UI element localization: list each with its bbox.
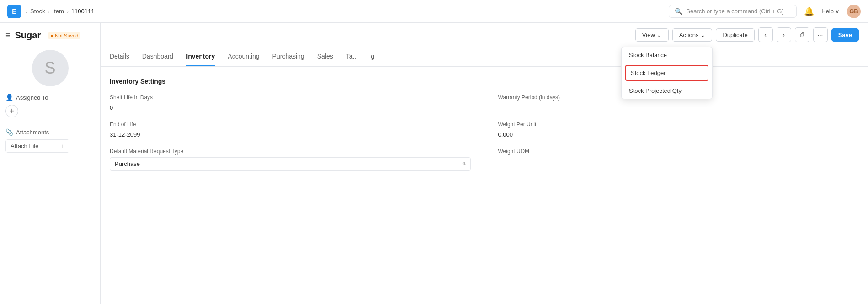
breadcrumb-item[interactable]: Item xyxy=(53,8,64,15)
breadcrumb: › Stock › Item › 1100111 xyxy=(26,8,94,15)
dropdown-item-stock-balance[interactable]: Stock Balance xyxy=(622,47,712,63)
breadcrumb-item-id[interactable]: 1100111 xyxy=(71,8,95,15)
form-content: Inventory Settings Shelf Life In Days 0 … xyxy=(101,67,868,181)
not-saved-badge: ● Not Saved xyxy=(48,32,80,39)
view-chevron-icon: ⌄ xyxy=(657,32,662,38)
field-value-eol: 31-12-2099 xyxy=(110,130,471,139)
content-area: View ⌄ Actions ⌄ Duplicate ‹ › ⎙ ··· xyxy=(101,23,868,304)
app-icon[interactable]: E xyxy=(7,5,21,18)
tab-purchasing[interactable]: Purchasing xyxy=(272,47,304,66)
prev-icon: ‹ xyxy=(764,31,767,38)
actions-chevron-icon: ⌄ xyxy=(700,32,705,38)
page-title: Sugar xyxy=(15,30,41,41)
field-value-shelf-life: 0 xyxy=(110,103,471,112)
save-label: Save xyxy=(838,32,852,38)
field-select-value: Purchase xyxy=(115,160,140,167)
dropdown-item-stock-ledger[interactable]: Stock Ledger xyxy=(625,65,708,81)
avatar-placeholder: S xyxy=(32,50,69,86)
main-layout: ≡ Sugar ● Not Saved S 👤 Assigned To + 📎 … xyxy=(0,23,868,304)
attach-file-label: Attach File xyxy=(11,143,38,149)
field-label-shelf-life: Shelf Life In Days xyxy=(110,94,471,101)
save-button[interactable]: Save xyxy=(831,28,859,42)
duplicate-label: Duplicate xyxy=(723,32,747,38)
more-button[interactable]: ··· xyxy=(813,27,828,42)
toolbar: View ⌄ Actions ⌄ Duplicate ‹ › ⎙ ··· xyxy=(101,23,868,47)
tab-inventory[interactable]: Inventory xyxy=(186,47,215,66)
help-label: Help xyxy=(821,8,834,15)
duplicate-button[interactable]: Duplicate xyxy=(716,28,754,42)
field-value-weight: 0.000 xyxy=(498,130,859,139)
actions-dropdown: Stock Balance Stock Ledger Stock Project… xyxy=(621,47,713,99)
attachments-text: Attachments xyxy=(16,129,49,136)
field-value-weight-uom xyxy=(498,157,859,159)
sidebar: ≡ Sugar ● Not Saved S 👤 Assigned To + 📎 … xyxy=(0,23,101,304)
field-material-request-type: Default Material Request Type Purchase ⇅ xyxy=(110,148,471,171)
next-button[interactable]: › xyxy=(777,27,791,42)
print-icon: ⎙ xyxy=(800,31,804,38)
search-placeholder: Search or type a command (Ctrl + G) xyxy=(686,8,784,15)
assigned-section: 👤 Assigned To + xyxy=(5,94,95,117)
prev-button[interactable]: ‹ xyxy=(758,27,773,42)
tab-g[interactable]: g xyxy=(371,47,374,66)
view-button[interactable]: View ⌄ xyxy=(635,28,669,42)
field-weight-per-unit: Weight Per Unit 0.000 xyxy=(498,121,859,139)
attach-plus-icon: + xyxy=(61,143,64,149)
person-icon: 👤 xyxy=(5,94,13,101)
field-select-material-request[interactable]: Purchase ⇅ xyxy=(110,157,471,171)
next-icon: › xyxy=(783,31,785,38)
hamburger-icon[interactable]: ≡ xyxy=(5,31,11,40)
bell-icon[interactable]: 🔔 xyxy=(804,6,814,16)
field-label-material-request: Default Material Request Type xyxy=(110,148,471,155)
field-end-of-life: End of Life 31-12-2099 xyxy=(110,121,471,139)
field-label-eol: End of Life xyxy=(110,121,471,128)
form-grid: Shelf Life In Days 0 Warranty Period (in… xyxy=(110,94,859,171)
section-title: Inventory Settings xyxy=(110,78,859,85)
dropdown-item-stock-projected-qty[interactable]: Stock Projected Qty xyxy=(622,83,712,99)
tabs: Details Dashboard Inventory Accounting P… xyxy=(101,47,868,67)
attachments-label: 📎 Attachments xyxy=(5,128,95,136)
field-value-warranty xyxy=(498,103,859,105)
breadcrumb-sep-3: › xyxy=(67,8,69,15)
field-shelf-life: Shelf Life In Days 0 xyxy=(110,94,471,112)
tab-accounting[interactable]: Accounting xyxy=(228,47,259,66)
help-chevron: ∨ xyxy=(835,8,840,15)
tab-details[interactable]: Details xyxy=(110,47,129,66)
select-arrows-icon: ⇅ xyxy=(462,161,466,166)
search-bar[interactable]: 🔍 Search or type a command (Ctrl + G) xyxy=(669,5,797,18)
attach-file-button[interactable]: Attach File + xyxy=(5,139,69,153)
tab-dashboard[interactable]: Dashboard xyxy=(142,47,174,66)
sidebar-title-row: ≡ Sugar ● Not Saved xyxy=(5,30,95,41)
assigned-to-label: 👤 Assigned To xyxy=(5,94,95,101)
nav-right: 🔍 Search or type a command (Ctrl + G) 🔔 … xyxy=(669,5,861,18)
breadcrumb-sep-2: › xyxy=(48,8,50,15)
attachments-section: 📎 Attachments Attach File + xyxy=(5,128,95,153)
field-label-weight-uom: Weight UOM xyxy=(498,148,859,155)
search-icon: 🔍 xyxy=(675,8,682,15)
add-assigned-button[interactable]: + xyxy=(5,105,18,117)
more-icon: ··· xyxy=(818,31,823,38)
breadcrumb-stock[interactable]: Stock xyxy=(30,8,45,15)
user-avatar[interactable]: GB xyxy=(847,5,861,18)
field-label-weight: Weight Per Unit xyxy=(498,121,859,128)
print-button[interactable]: ⎙ xyxy=(795,27,809,42)
assigned-to-text: Assigned To xyxy=(16,94,48,101)
help-button[interactable]: Help ∨ xyxy=(821,8,840,15)
top-nav: E › Stock › Item › 1100111 🔍 Search or t… xyxy=(0,0,868,23)
view-label: View xyxy=(642,32,655,38)
field-weight-uom: Weight UOM xyxy=(498,148,859,171)
actions-button[interactable]: Actions ⌄ xyxy=(672,28,713,42)
breadcrumb-sep-1: › xyxy=(26,8,27,15)
clip-icon: 📎 xyxy=(5,128,13,136)
tab-ta[interactable]: Ta... xyxy=(346,47,358,66)
actions-label: Actions xyxy=(679,32,699,38)
tab-sales[interactable]: Sales xyxy=(317,47,333,66)
